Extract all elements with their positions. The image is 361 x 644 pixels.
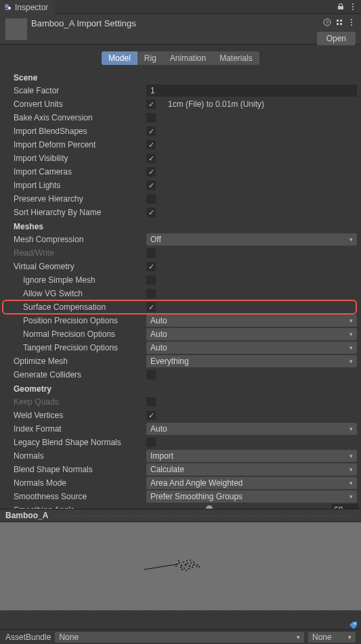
checkbox-ignore-simple[interactable] xyxy=(146,275,156,285)
checkbox-keep-quads xyxy=(146,397,156,407)
checkbox-convert-units[interactable] xyxy=(146,99,156,109)
tab-model[interactable]: Model xyxy=(102,51,137,65)
svg-rect-10 xyxy=(337,23,339,25)
checkbox-lights[interactable] xyxy=(146,181,156,190)
svg-rect-2 xyxy=(5,9,10,10)
section-scene: Scene xyxy=(14,70,358,84)
dropdown-normals-mode[interactable]: Area And Angle Weighted xyxy=(146,477,357,489)
checkbox-allow-vg[interactable] xyxy=(146,289,156,298)
dropdown-assetbundle[interactable]: None xyxy=(55,632,304,643)
label-cameras: Import Cameras xyxy=(14,167,146,177)
svg-rect-9 xyxy=(340,20,342,22)
svg-point-32 xyxy=(175,566,177,567)
dropdown-tangent-precision[interactable]: Auto xyxy=(146,342,357,354)
row-weld-vertices: Weld Vertices xyxy=(14,409,358,422)
kebab-icon[interactable] xyxy=(349,3,357,11)
preview-divider xyxy=(55,515,356,516)
checkbox-generate-colliders[interactable] xyxy=(146,370,156,380)
row-virtual-geometry: Virtual Geometry xyxy=(14,260,358,273)
checkbox-bake-axis[interactable] xyxy=(146,113,156,122)
row-keep-quads: Keep Quads xyxy=(14,395,358,409)
row-legacy-blend: Legacy Blend Shape Normals xyxy=(14,436,358,449)
svg-point-27 xyxy=(186,560,188,561)
row-visibility: Import Visibility xyxy=(14,152,358,165)
checkbox-virtual-geometry[interactable] xyxy=(146,262,156,271)
checkbox-sort-hierarchy[interactable] xyxy=(146,208,156,217)
checkbox-preserve-hierarchy[interactable] xyxy=(146,194,156,204)
label-scale-factor: Scale Factor xyxy=(14,86,146,95)
label-keep-quads: Keep Quads xyxy=(14,397,146,407)
help-icon[interactable]: ? xyxy=(323,18,331,26)
label-surface-compensation: Surface Compensation xyxy=(14,302,146,312)
label-read-write: Read/Write xyxy=(14,248,146,258)
svg-point-34 xyxy=(182,569,183,570)
checkbox-deform[interactable] xyxy=(146,140,156,150)
label-preserve-hierarchy: Preserve Hierarchy xyxy=(14,194,146,204)
dropdown-pos-precision[interactable]: Auto xyxy=(146,315,357,327)
properties-scroll[interactable]: Scene Scale Factor Convert Units 1cm (Fi… xyxy=(0,69,361,509)
slider-thumb[interactable] xyxy=(206,505,213,509)
tab-materials[interactable]: Materials xyxy=(213,51,259,65)
preview-mesh-icon xyxy=(144,549,218,583)
label-smoothing-angle: Smoothing Angle xyxy=(14,505,146,509)
input-scale-factor[interactable] xyxy=(146,85,357,97)
dropdown-normal-precision[interactable]: Auto xyxy=(146,328,357,340)
presets-icon[interactable] xyxy=(335,18,343,26)
input-smoothing-angle[interactable] xyxy=(331,504,358,509)
svg-rect-8 xyxy=(337,20,339,22)
tab-rig[interactable]: Rig xyxy=(137,51,163,65)
preview-viewport[interactable] xyxy=(0,522,361,610)
label-index-format: Index Format xyxy=(14,424,146,434)
assetbundle-footer: AssetBundle None None xyxy=(0,629,361,644)
preview-header[interactable]: Bamboo_A xyxy=(0,509,361,522)
checkbox-cameras[interactable] xyxy=(146,167,156,177)
svg-point-20 xyxy=(184,564,186,566)
row-cameras: Import Cameras xyxy=(14,165,358,179)
checkbox-legacy-blend[interactable] xyxy=(146,438,156,447)
label-convert-units: Convert Units xyxy=(14,99,146,109)
label-assetbundle: AssetBundle xyxy=(5,632,51,642)
label-generate-colliders: Generate Colliders xyxy=(14,370,146,380)
dropdown-blend-shape-normals[interactable]: Calculate xyxy=(146,463,357,476)
label-pos-precision: Position Precision Options xyxy=(14,316,146,325)
svg-point-12 xyxy=(351,19,352,20)
svg-line-15 xyxy=(144,564,177,570)
section-geometry: Geometry xyxy=(14,382,358,395)
kebab-icon[interactable] xyxy=(347,18,356,26)
label-legacy-blend: Legacy Blend Shape Normals xyxy=(14,438,146,447)
checkbox-weld-vertices[interactable] xyxy=(146,411,156,420)
tab-animation[interactable]: Animation xyxy=(163,51,213,65)
svg-point-13 xyxy=(351,22,352,23)
svg-point-18 xyxy=(180,565,182,566)
dropdown-mesh-compression[interactable]: Off xyxy=(146,233,357,246)
checkbox-blendshapes[interactable] xyxy=(146,127,156,136)
checkbox-visibility[interactable] xyxy=(146,154,156,163)
label-weld-vertices: Weld Vertices xyxy=(14,411,146,420)
row-generate-colliders: Generate Colliders xyxy=(14,368,358,382)
label-mesh-compression: Mesh Compression xyxy=(14,235,146,244)
svg-point-39 xyxy=(198,566,200,568)
titlebar: Inspector xyxy=(0,0,361,14)
row-sort-hierarchy: Sort Hierarchy By Name xyxy=(14,206,358,219)
dropdown-optimize-mesh[interactable]: Everything xyxy=(146,355,357,367)
label-normal-precision: Normal Precision Options xyxy=(14,329,146,339)
checkbox-surface-compensation[interactable] xyxy=(146,302,156,312)
svg-point-36 xyxy=(190,559,191,561)
lock-icon[interactable] xyxy=(337,3,345,11)
row-smoothing-angle: Smoothing Angle xyxy=(14,503,358,509)
dropdown-assetbundle-variant[interactable]: None xyxy=(308,632,356,643)
svg-point-37 xyxy=(193,561,194,563)
row-surface-compensation: Surface Compensation xyxy=(14,300,358,314)
label-blend-shape-normals: Blend Shape Normals xyxy=(14,465,146,474)
svg-point-16 xyxy=(177,564,178,565)
label-allow-vg: Allow VG Switch xyxy=(14,289,146,298)
preview-title: Bamboo_A xyxy=(5,511,48,520)
row-mesh-compression: Mesh Compression Off xyxy=(14,233,358,246)
dropdown-smoothness-source[interactable]: Prefer Smoothing Groups xyxy=(146,490,357,503)
dropdown-index-format[interactable]: Auto xyxy=(146,423,357,435)
inspector-tab[interactable]: Inspector xyxy=(0,0,55,14)
row-tangent-precision: Tangent Precision Options Auto xyxy=(14,341,358,354)
dropdown-normals[interactable]: Import xyxy=(146,450,357,462)
row-smoothness-source: Smoothness Source Prefer Smoothing Group… xyxy=(14,490,358,503)
open-button[interactable]: Open xyxy=(317,32,356,45)
